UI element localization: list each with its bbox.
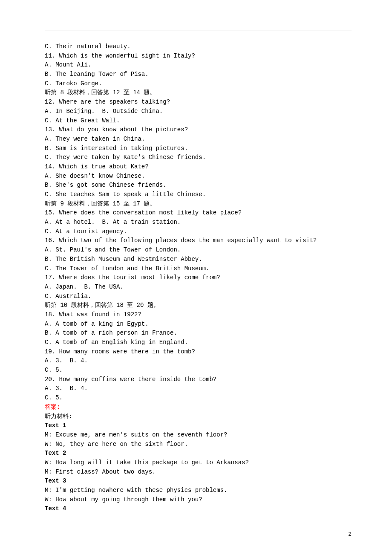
text-line: 19. How many rooms were there in the tom…: [45, 347, 352, 357]
text-line: 听第 8 段材料，回答第 12 至 14 题。: [45, 88, 352, 98]
header-rule: [45, 31, 352, 31]
text-line: B. A tomb of a rich person in France.: [45, 329, 352, 338]
text-line: A. A tomb of a king in Egypt.: [45, 320, 352, 329]
text-line: A. Mount Ali.: [45, 61, 352, 70]
text-line: A. St. Paul's and the Tower of London.: [45, 246, 352, 255]
text-line: 听力材料:: [45, 412, 352, 422]
text-line: Text 2: [45, 449, 352, 458]
text-line: 听第 10 段材料，回答第 18 至 20 题。: [45, 301, 352, 310]
text-line: W: No, they are here on the sixth floor.: [45, 440, 352, 449]
text-line: B. The British Museum and Westminster Ab…: [45, 255, 352, 264]
text-line: W: How about my going through them with …: [45, 495, 352, 505]
text-line: A. In Beijing. B. Outside China.: [45, 107, 352, 116]
text-line: M: Excuse me, are men's suits on the sev…: [45, 431, 352, 440]
text-line: C. 5.: [45, 393, 352, 403]
text-line: C. Australia.: [45, 292, 352, 301]
text-line: 11. Which is the wonderful sight in Ital…: [45, 52, 352, 61]
text-line: C. 5.: [45, 366, 352, 375]
text-line: 听第 9 段材料，回答第 15 至 17 题。: [45, 199, 352, 209]
text-line: 14. Which is true about Kate?: [45, 162, 352, 172]
text-line: A. At a hotel. B. At a train station.: [45, 218, 352, 227]
text-line: 20. How many coffins were there inside t…: [45, 375, 352, 384]
text-line: 16. Which two of the following places do…: [45, 236, 352, 246]
text-line: B. Sam is interested in taking pictures.: [45, 144, 352, 153]
text-line: 12. Where are the speakers talking?: [45, 98, 352, 107]
text-line: C. Their natural beauty.: [45, 42, 352, 52]
text-line: A. 3. B. 4.: [45, 384, 352, 393]
text-line: B. The leaning Tower of Pisa.: [45, 70, 352, 79]
page-number: 2: [348, 530, 352, 539]
text-line: 18. What was found in 1922?: [45, 310, 352, 320]
text-line: Text 4: [45, 504, 352, 514]
text-line: 答案:: [45, 403, 352, 412]
text-line: W: How long will it take this package to…: [45, 458, 352, 468]
text-line: M: First class? About two days.: [45, 468, 352, 477]
text-line: 13. What do you know about the pictures?: [45, 125, 352, 135]
text-line: C. The Tower of London and the British M…: [45, 264, 352, 274]
text-line: Text 1: [45, 421, 352, 431]
text-line: M: I'm getting nowhere with these physic…: [45, 486, 352, 495]
text-line: C. Taroko Gorge.: [45, 79, 352, 89]
body-text: C. Their natural beauty.11. Which is the…: [45, 42, 352, 514]
text-line: Text 3: [45, 477, 352, 486]
text-line: C. They were taken by Kate's Chinese fri…: [45, 153, 352, 162]
text-line: 15. Where does the conversation most lik…: [45, 208, 352, 218]
text-line: A. 3. B. 4.: [45, 356, 352, 366]
text-line: A. Japan. B. The USA.: [45, 283, 352, 292]
text-line: 17. Where does the tourist most likely c…: [45, 273, 352, 283]
text-line: A. They were taken in China.: [45, 135, 352, 144]
text-line: B. She's got some Chinese friends.: [45, 181, 352, 190]
text-line: A. She doesn't know Chinese.: [45, 172, 352, 181]
document-page: C. Their natural beauty.11. Which is the…: [0, 0, 392, 555]
text-line: C. At the Great Wall.: [45, 116, 352, 126]
text-line: C. A tomb of an English king in England.: [45, 338, 352, 347]
text-line: C. She teaches Sam to speak a little Chi…: [45, 190, 352, 199]
text-line: C. At a tourist agency.: [45, 227, 352, 237]
